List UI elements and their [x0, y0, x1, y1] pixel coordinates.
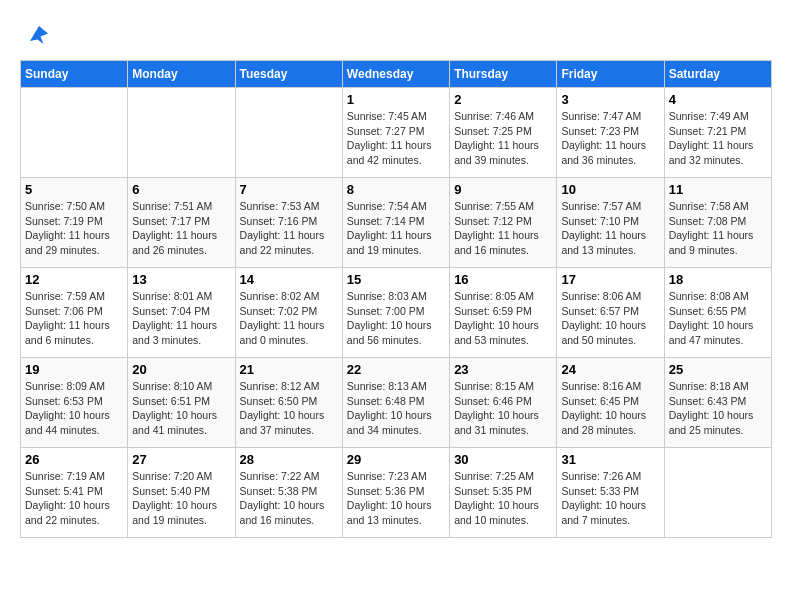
calendar-cell: [664, 448, 771, 538]
day-info: Sunrise: 7:53 AM Sunset: 7:16 PM Dayligh…: [240, 199, 338, 258]
calendar-cell: [21, 88, 128, 178]
calendar-cell: 18Sunrise: 8:08 AM Sunset: 6:55 PM Dayli…: [664, 268, 771, 358]
day-number: 24: [561, 362, 659, 377]
day-info: Sunrise: 7:47 AM Sunset: 7:23 PM Dayligh…: [561, 109, 659, 168]
weekday-header: Thursday: [450, 61, 557, 88]
day-info: Sunrise: 7:22 AM Sunset: 5:38 PM Dayligh…: [240, 469, 338, 528]
weekday-header: Monday: [128, 61, 235, 88]
day-number: 28: [240, 452, 338, 467]
weekday-header: Wednesday: [342, 61, 449, 88]
day-number: 30: [454, 452, 552, 467]
day-info: Sunrise: 7:45 AM Sunset: 7:27 PM Dayligh…: [347, 109, 445, 168]
day-number: 17: [561, 272, 659, 287]
day-number: 19: [25, 362, 123, 377]
calendar-cell: 28Sunrise: 7:22 AM Sunset: 5:38 PM Dayli…: [235, 448, 342, 538]
day-info: Sunrise: 8:02 AM Sunset: 7:02 PM Dayligh…: [240, 289, 338, 348]
day-info: Sunrise: 8:10 AM Sunset: 6:51 PM Dayligh…: [132, 379, 230, 438]
day-number: 23: [454, 362, 552, 377]
day-number: 22: [347, 362, 445, 377]
calendar-cell: 15Sunrise: 8:03 AM Sunset: 7:00 PM Dayli…: [342, 268, 449, 358]
calendar-cell: 10Sunrise: 7:57 AM Sunset: 7:10 PM Dayli…: [557, 178, 664, 268]
day-number: 27: [132, 452, 230, 467]
calendar-week-row: 19Sunrise: 8:09 AM Sunset: 6:53 PM Dayli…: [21, 358, 772, 448]
day-number: 8: [347, 182, 445, 197]
weekday-header: Tuesday: [235, 61, 342, 88]
calendar-cell: 13Sunrise: 8:01 AM Sunset: 7:04 PM Dayli…: [128, 268, 235, 358]
day-number: 3: [561, 92, 659, 107]
calendar-cell: 9Sunrise: 7:55 AM Sunset: 7:12 PM Daylig…: [450, 178, 557, 268]
day-info: Sunrise: 7:57 AM Sunset: 7:10 PM Dayligh…: [561, 199, 659, 258]
calendar-cell: [235, 88, 342, 178]
calendar-cell: 22Sunrise: 8:13 AM Sunset: 6:48 PM Dayli…: [342, 358, 449, 448]
calendar-cell: 5Sunrise: 7:50 AM Sunset: 7:19 PM Daylig…: [21, 178, 128, 268]
day-info: Sunrise: 8:12 AM Sunset: 6:50 PM Dayligh…: [240, 379, 338, 438]
day-info: Sunrise: 7:50 AM Sunset: 7:19 PM Dayligh…: [25, 199, 123, 258]
calendar-cell: 23Sunrise: 8:15 AM Sunset: 6:46 PM Dayli…: [450, 358, 557, 448]
page-header: [20, 20, 772, 50]
calendar-week-row: 12Sunrise: 7:59 AM Sunset: 7:06 PM Dayli…: [21, 268, 772, 358]
weekday-row: SundayMondayTuesdayWednesdayThursdayFrid…: [21, 61, 772, 88]
calendar-cell: 31Sunrise: 7:26 AM Sunset: 5:33 PM Dayli…: [557, 448, 664, 538]
calendar-cell: 26Sunrise: 7:19 AM Sunset: 5:41 PM Dayli…: [21, 448, 128, 538]
calendar-cell: 8Sunrise: 7:54 AM Sunset: 7:14 PM Daylig…: [342, 178, 449, 268]
calendar-cell: 4Sunrise: 7:49 AM Sunset: 7:21 PM Daylig…: [664, 88, 771, 178]
day-info: Sunrise: 7:25 AM Sunset: 5:35 PM Dayligh…: [454, 469, 552, 528]
day-info: Sunrise: 8:05 AM Sunset: 6:59 PM Dayligh…: [454, 289, 552, 348]
calendar-cell: 30Sunrise: 7:25 AM Sunset: 5:35 PM Dayli…: [450, 448, 557, 538]
calendar-cell: [128, 88, 235, 178]
calendar-cell: 19Sunrise: 8:09 AM Sunset: 6:53 PM Dayli…: [21, 358, 128, 448]
day-info: Sunrise: 8:03 AM Sunset: 7:00 PM Dayligh…: [347, 289, 445, 348]
day-info: Sunrise: 7:20 AM Sunset: 5:40 PM Dayligh…: [132, 469, 230, 528]
calendar-cell: 7Sunrise: 7:53 AM Sunset: 7:16 PM Daylig…: [235, 178, 342, 268]
day-info: Sunrise: 7:54 AM Sunset: 7:14 PM Dayligh…: [347, 199, 445, 258]
weekday-header: Sunday: [21, 61, 128, 88]
day-number: 16: [454, 272, 552, 287]
day-number: 5: [25, 182, 123, 197]
calendar-table: SundayMondayTuesdayWednesdayThursdayFrid…: [20, 60, 772, 538]
day-info: Sunrise: 7:19 AM Sunset: 5:41 PM Dayligh…: [25, 469, 123, 528]
calendar-cell: 3Sunrise: 7:47 AM Sunset: 7:23 PM Daylig…: [557, 88, 664, 178]
calendar-week-row: 1Sunrise: 7:45 AM Sunset: 7:27 PM Daylig…: [21, 88, 772, 178]
calendar-cell: 2Sunrise: 7:46 AM Sunset: 7:25 PM Daylig…: [450, 88, 557, 178]
calendar-cell: 16Sunrise: 8:05 AM Sunset: 6:59 PM Dayli…: [450, 268, 557, 358]
day-number: 15: [347, 272, 445, 287]
calendar-cell: 27Sunrise: 7:20 AM Sunset: 5:40 PM Dayli…: [128, 448, 235, 538]
calendar-cell: 24Sunrise: 8:16 AM Sunset: 6:45 PM Dayli…: [557, 358, 664, 448]
day-number: 25: [669, 362, 767, 377]
day-number: 21: [240, 362, 338, 377]
day-number: 4: [669, 92, 767, 107]
day-info: Sunrise: 8:08 AM Sunset: 6:55 PM Dayligh…: [669, 289, 767, 348]
day-number: 31: [561, 452, 659, 467]
calendar-cell: 20Sunrise: 8:10 AM Sunset: 6:51 PM Dayli…: [128, 358, 235, 448]
svg-marker-0: [30, 26, 48, 44]
calendar-cell: 1Sunrise: 7:45 AM Sunset: 7:27 PM Daylig…: [342, 88, 449, 178]
calendar-cell: 17Sunrise: 8:06 AM Sunset: 6:57 PM Dayli…: [557, 268, 664, 358]
day-info: Sunrise: 7:58 AM Sunset: 7:08 PM Dayligh…: [669, 199, 767, 258]
calendar-body: 1Sunrise: 7:45 AM Sunset: 7:27 PM Daylig…: [21, 88, 772, 538]
calendar-header: SundayMondayTuesdayWednesdayThursdayFrid…: [21, 61, 772, 88]
calendar-week-row: 26Sunrise: 7:19 AM Sunset: 5:41 PM Dayli…: [21, 448, 772, 538]
day-info: Sunrise: 8:18 AM Sunset: 6:43 PM Dayligh…: [669, 379, 767, 438]
day-info: Sunrise: 7:51 AM Sunset: 7:17 PM Dayligh…: [132, 199, 230, 258]
day-info: Sunrise: 7:59 AM Sunset: 7:06 PM Dayligh…: [25, 289, 123, 348]
calendar-cell: 21Sunrise: 8:12 AM Sunset: 6:50 PM Dayli…: [235, 358, 342, 448]
day-number: 13: [132, 272, 230, 287]
day-info: Sunrise: 7:46 AM Sunset: 7:25 PM Dayligh…: [454, 109, 552, 168]
day-info: Sunrise: 7:55 AM Sunset: 7:12 PM Dayligh…: [454, 199, 552, 258]
day-number: 14: [240, 272, 338, 287]
day-info: Sunrise: 8:15 AM Sunset: 6:46 PM Dayligh…: [454, 379, 552, 438]
day-number: 20: [132, 362, 230, 377]
calendar-cell: 12Sunrise: 7:59 AM Sunset: 7:06 PM Dayli…: [21, 268, 128, 358]
day-info: Sunrise: 8:13 AM Sunset: 6:48 PM Dayligh…: [347, 379, 445, 438]
day-number: 9: [454, 182, 552, 197]
day-info: Sunrise: 7:23 AM Sunset: 5:36 PM Dayligh…: [347, 469, 445, 528]
day-info: Sunrise: 7:26 AM Sunset: 5:33 PM Dayligh…: [561, 469, 659, 528]
logo: [20, 20, 54, 50]
day-info: Sunrise: 8:16 AM Sunset: 6:45 PM Dayligh…: [561, 379, 659, 438]
weekday-header: Saturday: [664, 61, 771, 88]
day-number: 26: [25, 452, 123, 467]
day-number: 2: [454, 92, 552, 107]
day-number: 18: [669, 272, 767, 287]
weekday-header: Friday: [557, 61, 664, 88]
day-number: 7: [240, 182, 338, 197]
